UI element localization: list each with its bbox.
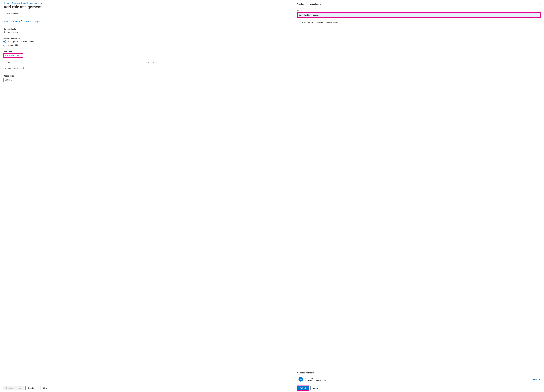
member-info: Jane Doe jane.doe@contoso.com <box>305 377 531 381</box>
feedback-icon <box>3 12 6 15</box>
radio-user-group-label: User, group, or service principal <box>7 40 35 43</box>
radio-managed-identity[interactable]: Managed identity <box>3 44 290 47</box>
selected-member-row: JD Jane Doe jane.doe@contoso.com Remove <box>297 376 541 384</box>
main-content: Home › QuickstartCreateHpcWorkbench-rg ›… <box>0 0 294 392</box>
previous-button[interactable]: Previous <box>25 386 39 390</box>
page-title-row: Add role assignment ··· <box>3 5 290 9</box>
selected-members-label: Selected members: <box>297 372 541 374</box>
radio-user-group[interactable]: User, group, or service principal <box>3 40 290 43</box>
main-body: Home › QuickstartCreateHpcWorkbench-rg ›… <box>0 0 294 384</box>
select-members-panel: Select members ✕ Select i No users, grou… <box>294 0 544 392</box>
review-assign-button: Review + assign <box>3 386 24 390</box>
remove-member-link[interactable]: Remove <box>532 378 540 380</box>
panel-title: Select members <box>297 2 322 6</box>
breadcrumb-home[interactable]: Home <box>3 2 9 4</box>
description-input[interactable] <box>3 78 290 82</box>
plus-icon: + <box>5 54 6 57</box>
avatar: JD <box>298 377 303 381</box>
no-results-message: No users, groups, or service principals … <box>297 19 541 26</box>
chevron-right-icon: › <box>10 2 11 4</box>
close-button[interactable]: Close <box>310 386 321 390</box>
panel-body: Select i No users, groups, or service pr… <box>294 6 544 384</box>
select-label-row: Select i <box>297 10 541 12</box>
feedback-label: Got feedback? <box>7 12 20 15</box>
member-email: jane.doe@contoso.com <box>305 379 531 381</box>
svg-point-0 <box>4 13 5 13</box>
select-members-button[interactable]: + Select members <box>5 54 22 57</box>
tab-role[interactable]: Role <box>3 21 8 24</box>
assign-access-section: Assign access to User, group, or service… <box>3 37 290 47</box>
panel-header: Select members ✕ <box>294 0 544 6</box>
assign-access-label: Assign access to <box>3 37 290 39</box>
description-label: Description <box>3 75 290 77</box>
indicator-dot-icon <box>21 20 22 21</box>
more-icon[interactable]: ··· <box>43 6 46 8</box>
page-title: Add role assignment <box>3 5 41 9</box>
select-members-text: Select members <box>7 54 21 57</box>
spacer <box>297 26 541 372</box>
radio-icon <box>3 40 6 43</box>
selected-role-value: Chamber Admin <box>3 31 290 33</box>
breadcrumb-resource-group[interactable]: QuickstartCreateHpcWorkbench-rg <box>12 2 42 4</box>
member-search-input[interactable] <box>298 13 540 17</box>
members-label: Members <box>3 50 290 53</box>
members-section: Members + Select members Name Object ID … <box>3 50 290 82</box>
radio-managed-identity-label: Managed identity <box>7 44 23 46</box>
tabs: Role Members Review + assign <box>3 17 290 24</box>
members-empty-row: No members selected <box>3 65 290 71</box>
tab-members[interactable]: Members <box>12 21 20 24</box>
tab-members-label: Members <box>12 21 20 23</box>
radio-icon <box>3 44 6 47</box>
col-object-id: Object ID <box>147 61 289 64</box>
selected-role-section: Selected role Chamber Admin <box>3 28 290 33</box>
search-highlight <box>297 12 541 18</box>
left-footer: Review + assign Previous Next <box>0 384 294 392</box>
tab-review-assign[interactable]: Review + assign <box>24 21 40 24</box>
feedback-link[interactable]: Got feedback? <box>3 10 290 17</box>
members-table-header: Name Object ID <box>3 60 290 65</box>
selected-role-label: Selected role <box>3 28 290 30</box>
next-button[interactable]: Next <box>41 386 50 390</box>
select-button[interactable]: Select <box>297 386 308 390</box>
info-icon[interactable]: i <box>303 10 305 12</box>
col-name: Name <box>5 61 147 64</box>
close-icon[interactable]: ✕ <box>538 3 541 6</box>
select-label: Select <box>297 10 302 12</box>
members-table: Name Object ID No members selected <box>3 60 290 71</box>
chevron-right-icon: › <box>43 2 44 4</box>
breadcrumb: Home › QuickstartCreateHpcWorkbench-rg › <box>3 2 290 4</box>
panel-footer: Select Close <box>294 384 544 392</box>
member-name: Jane Doe <box>305 377 531 379</box>
select-members-highlight: + Select members <box>3 53 23 58</box>
